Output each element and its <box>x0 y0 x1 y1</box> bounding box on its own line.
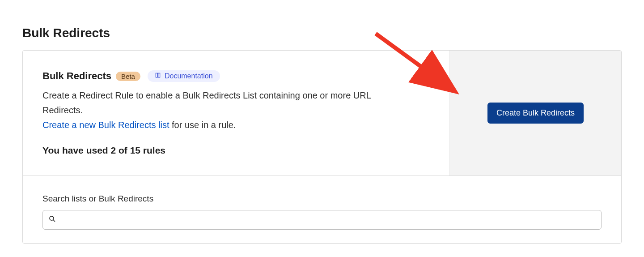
svg-point-1 <box>50 216 54 220</box>
description-text: Create a Redirect Rule to enable a Bulk … <box>42 90 371 115</box>
search-section: Search lists or Bulk Redirects <box>23 176 621 243</box>
search-input[interactable] <box>60 216 596 224</box>
create-bulk-redirects-button[interactable]: Create Bulk Redirects <box>487 103 584 124</box>
search-icon <box>48 215 60 225</box>
card-description: Create a Redirect Rule to enable a Bulk … <box>42 88 387 133</box>
card-action-section: Create Bulk Redirects <box>449 51 621 176</box>
card-info-section: Bulk Redirects Beta Documentation Create… <box>23 51 449 176</box>
description-after-link: for use in a rule. <box>169 120 236 130</box>
create-list-link[interactable]: Create a new Bulk Redirects list <box>42 120 169 130</box>
card-header-row: Bulk Redirects Beta Documentation Create… <box>23 51 621 176</box>
bulk-redirects-card: Bulk Redirects Beta Documentation Create… <box>22 50 622 244</box>
book-icon <box>155 72 161 80</box>
beta-badge: Beta <box>116 72 140 81</box>
page-title: Bulk Redirects <box>0 0 644 40</box>
documentation-label: Documentation <box>165 72 213 80</box>
svg-line-2 <box>53 220 55 222</box>
section-title: Bulk Redirects <box>42 70 111 82</box>
section-header: Bulk Redirects Beta Documentation <box>42 70 430 82</box>
usage-text: You have used 2 of 15 rules <box>42 145 430 156</box>
documentation-link[interactable]: Documentation <box>148 70 220 82</box>
search-label: Search lists or Bulk Redirects <box>42 194 602 204</box>
search-input-wrapper[interactable] <box>42 210 602 230</box>
